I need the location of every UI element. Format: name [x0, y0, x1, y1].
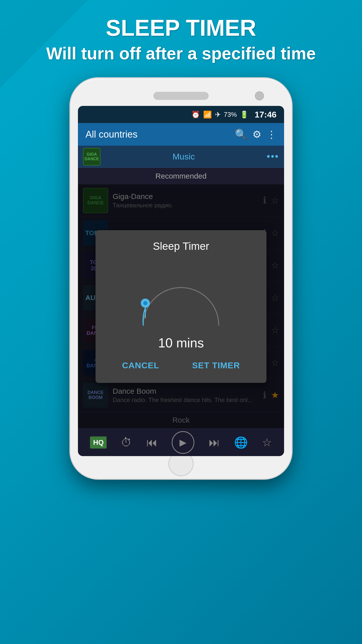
- phone-bottom-bar: [78, 456, 284, 471]
- play-button[interactable]: ▶: [172, 431, 194, 454]
- phone-screen: ⏰ 📶 ✈ 73% 🔋 17:46 All countries 🔍 ⚙ ⋮ GI…: [78, 106, 284, 456]
- sleep-timer-dialog: Sleep Timer: [96, 230, 266, 383]
- dialog-buttons: CANCEL SET TIMER: [106, 358, 256, 373]
- player-bar: HQ ⏱ ⏮ ▶ ⏭ 🌐 ☆: [78, 428, 284, 456]
- battery-level: 73%: [224, 111, 237, 118]
- now-playing-logo: GIGADANCE: [83, 148, 101, 166]
- favorites-icon[interactable]: ☆: [262, 436, 272, 449]
- now-playing-title: Music: [105, 152, 263, 162]
- filter-icon[interactable]: ⚙: [252, 129, 261, 140]
- header-title: All countries: [85, 129, 230, 140]
- phone-body: ⏰ 📶 ✈ 73% 🔋 17:46 All countries 🔍 ⚙ ⋮ GI…: [70, 78, 292, 479]
- sleep-timer-icon[interactable]: ⏱: [121, 436, 132, 449]
- status-time: 17:46: [255, 110, 277, 119]
- set-timer-button[interactable]: SET TIMER: [185, 358, 247, 373]
- next-track-icon[interactable]: ⏭: [209, 436, 220, 449]
- alarm-icon: ⏰: [191, 110, 200, 119]
- corner-decoration: [0, 0, 88, 88]
- wifi-icon: 📶: [203, 110, 212, 119]
- hq-button[interactable]: HQ: [90, 436, 107, 449]
- recommended-section: Recommended: [78, 168, 284, 184]
- prev-track-icon[interactable]: ⏮: [146, 436, 157, 449]
- dialog-overlay: Sleep Timer: [78, 184, 284, 428]
- phone-speaker: [153, 92, 209, 100]
- svg-point-1: [143, 301, 147, 305]
- status-bar: ⏰ 📶 ✈ 73% 🔋 17:46: [78, 106, 284, 123]
- timer-arc-svg: [133, 260, 229, 330]
- phone-mockup: ⏰ 📶 ✈ 73% 🔋 17:46 All countries 🔍 ⚙ ⋮ GI…: [70, 78, 292, 479]
- dialog-title: Sleep Timer: [106, 240, 256, 252]
- recommended-label: Recommended: [155, 172, 206, 180]
- search-icon[interactable]: 🔍: [235, 129, 247, 140]
- battery-icon: 🔋: [240, 110, 249, 119]
- timer-value: 10 mins: [106, 335, 256, 350]
- phone-top-bar: [78, 86, 284, 106]
- now-playing-bar[interactable]: GIGADANCE Music •••: [78, 146, 284, 168]
- globe-icon[interactable]: 🌐: [234, 436, 248, 449]
- now-playing-more[interactable]: •••: [267, 151, 279, 162]
- station-list-container: GIGADANCE Giga-Dance Танцевальное радио.…: [78, 184, 284, 428]
- more-icon[interactable]: ⋮: [266, 129, 277, 140]
- phone-camera: [255, 91, 264, 100]
- timer-dial[interactable]: [133, 260, 229, 330]
- app-header: All countries 🔍 ⚙ ⋮: [78, 123, 284, 146]
- airplane-icon: ✈: [215, 110, 221, 119]
- cancel-button[interactable]: CANCEL: [114, 358, 167, 373]
- status-icons: ⏰ 📶 ✈ 73% 🔋: [191, 110, 249, 119]
